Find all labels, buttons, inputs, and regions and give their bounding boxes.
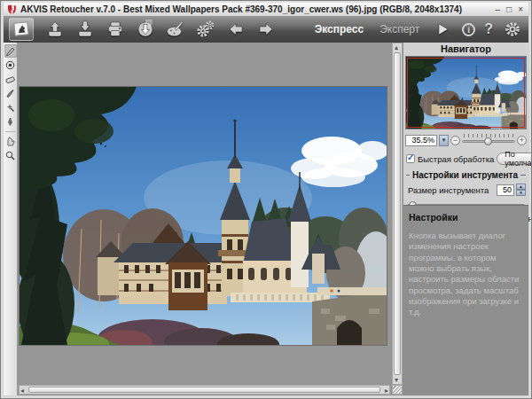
mode-expert[interactable]: Эксперт (376, 23, 423, 35)
title-bar[interactable]: AKVIS Retoucher v.7.0 - Best Mixed Wallp… (4, 3, 528, 16)
save-icon[interactable] (74, 19, 96, 40)
help-icon[interactable]: ? (484, 21, 493, 37)
info-icon[interactable]: i (462, 23, 475, 36)
horizontal-scroll-thumb[interactable] (28, 387, 380, 393)
navigator-title: Навигатор (403, 43, 528, 55)
horizontal-scrollbar[interactable]: ◂ ▸ (19, 385, 390, 395)
mode-express[interactable]: Экспресс (311, 23, 368, 35)
close-button[interactable]: × (518, 5, 523, 14)
vertical-scroll-thumb[interactable] (394, 52, 401, 375)
resize-grip[interactable] (392, 385, 403, 395)
spin-down-icon[interactable]: ▼ (516, 190, 526, 196)
hint-title: Настройки (409, 212, 523, 223)
scroll-up-icon[interactable]: ▴ (395, 43, 398, 51)
fast-processing-row: ✓ Быстрая обработка По умолчанию (406, 153, 526, 165)
maximize-button[interactable]: □ (506, 5, 512, 14)
import-icon[interactable] (135, 19, 156, 40)
scroll-left-icon[interactable]: ◂ (20, 387, 24, 395)
tool-size-row: Размер инструмента ▲ ▼ (408, 184, 526, 196)
akvis-logo-icon (7, 4, 17, 15)
hand-tool[interactable] (4, 135, 17, 148)
undo-arrow-icon[interactable] (225, 19, 246, 40)
magic-wand-tool[interactable] (4, 101, 17, 114)
tool-settings-group: Настройки инструмента (406, 170, 526, 180)
fast-processing-checkbox[interactable]: ✓ (406, 154, 415, 163)
vertical-scrollbar[interactable]: ▴ ▾ (392, 43, 403, 385)
zoom-in-button[interactable]: + (517, 136, 527, 145)
open-icon[interactable] (44, 19, 66, 40)
run-icon[interactable] (432, 19, 453, 40)
zoom-dropdown-icon[interactable]: ▼ (439, 135, 449, 146)
defaults-button[interactable]: По умолчанию (497, 153, 532, 165)
zoom-slider[interactable] (462, 134, 515, 146)
zoom-tool[interactable] (4, 149, 17, 162)
tool-size-input[interactable] (497, 184, 514, 196)
zoom-slider-thumb[interactable] (484, 137, 492, 145)
zoom-controls: ▼ − + (405, 134, 527, 146)
app-window: AKVIS Retoucher v.7.0 - Best Mixed Wallp… (0, 0, 532, 399)
batch-gears-icon[interactable] (195, 19, 216, 40)
hint-panel: Настройки Кнопка вызывает диалог изменен… (403, 205, 528, 395)
preferences-gear-icon[interactable] (502, 19, 523, 40)
hint-body: Кнопка вызывает диалог изменения настрое… (409, 231, 523, 318)
window-title: AKVIS Retoucher v.7.0 - Best Mixed Wallp… (20, 4, 492, 14)
zoom-input[interactable] (405, 135, 437, 146)
tone-picker-tool[interactable] (4, 59, 17, 72)
main-toolbar: Экспресс Эксперт i ? (4, 16, 528, 43)
fast-processing-label: Быстрая обработка (418, 154, 494, 164)
spin-up-icon[interactable]: ▲ (516, 184, 526, 190)
navigator-thumbnail[interactable] (405, 56, 527, 129)
scroll-down-icon[interactable]: ▾ (395, 376, 398, 384)
pen-tool[interactable] (4, 115, 17, 129)
scroll-right-icon[interactable]: ▸ (385, 387, 388, 395)
tool-separator (5, 131, 16, 132)
print-icon[interactable] (105, 19, 126, 40)
tool-size-spinner[interactable]: ▲ ▼ (516, 184, 526, 196)
eraser-tool[interactable] (4, 73, 17, 86)
retoucher-logo-icon (9, 18, 34, 41)
check-icon: ✓ (407, 153, 414, 162)
clone-brush-tool[interactable] (4, 87, 17, 100)
tool-settings-title: Настройки инструмента (412, 170, 518, 180)
surround-marker-tool[interactable] (4, 44, 17, 58)
settings-panel: Навигатор ▼ − + ✓ Быстрая обработка По у… (403, 43, 528, 395)
redo-arrow-icon[interactable] (255, 19, 277, 40)
post-process-icon[interactable] (165, 19, 186, 40)
zoom-out-button[interactable]: − (450, 136, 460, 145)
minimize-button[interactable]: – (496, 5, 501, 14)
navigator-view-frame[interactable] (407, 58, 525, 128)
photo-image[interactable] (20, 87, 387, 345)
image-canvas[interactable]: ▴ ▾ ◂ ▸ (18, 43, 404, 395)
tool-size-label: Размер инструмента (408, 185, 495, 195)
tool-column (4, 43, 18, 395)
